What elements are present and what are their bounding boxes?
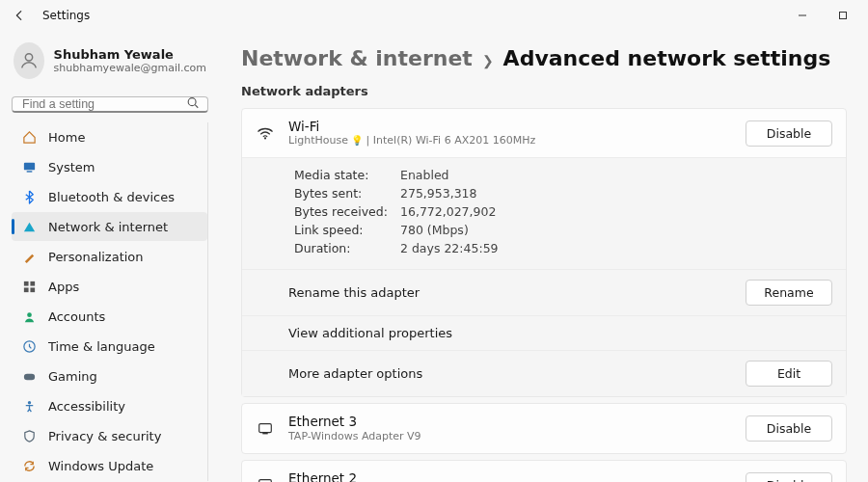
nav-list: Home System Bluetooth & devices Network … [12, 122, 208, 481]
stat-key: Bytes received: [294, 204, 400, 219]
sidebar: Shubham Yewale shubhamyewale@gmail.com H… [0, 31, 220, 482]
breadcrumb-current: Advanced network settings [503, 46, 831, 70]
accounts-icon [21, 308, 37, 324]
adapter-header-wifi[interactable]: Wi-Fi LightHouse 💡 | Intel(R) Wi-Fi 6 AX… [242, 109, 846, 157]
profile-email: shubhamyewale@gmail.com [54, 62, 206, 74]
sidebar-item-label: System [48, 160, 95, 174]
disable-button[interactable]: Disable [746, 472, 832, 482]
sidebar-item-update[interactable]: Windows Update [12, 451, 207, 480]
sidebar-item-home[interactable]: Home [12, 122, 207, 151]
adapter-header-ethernet2[interactable]: Ethernet 2 TAP-NordVPN Windows Adapter V… [242, 461, 846, 482]
search-input[interactable] [22, 97, 178, 111]
svg-rect-5 [23, 162, 34, 170]
svg-point-3 [188, 98, 196, 106]
sidebar-item-label: Apps [48, 280, 79, 294]
sidebar-item-label: Bluetooth & devices [48, 190, 175, 204]
view-properties-row[interactable]: View additional properties [242, 315, 846, 350]
sidebar-item-network[interactable]: Network & internet [12, 212, 207, 241]
view-properties-label: View additional properties [288, 326, 452, 340]
more-options-row[interactable]: More adapter options Edit [242, 350, 846, 396]
update-icon [21, 458, 37, 473]
sidebar-item-label: Time & language [48, 339, 155, 354]
sidebar-item-label: Personalization [48, 250, 144, 264]
disable-button[interactable]: Disable [746, 415, 832, 442]
svg-rect-13 [23, 373, 34, 380]
profile-name: Shubham Yewale [54, 47, 206, 63]
stat-value: Enabled [400, 168, 832, 182]
adapter-subtitle: LightHouse 💡 | Intel(R) Wi-Fi 6 AX201 16… [288, 134, 535, 147]
stat-key: Bytes sent: [294, 186, 400, 201]
rename-row[interactable]: Rename this adapter Rename [242, 269, 846, 315]
wifi-icon [256, 124, 275, 142]
titlebar: Settings [0, 0, 868, 31]
profile-block[interactable]: Shubham Yewale shubhamyewale@gmail.com [12, 39, 208, 87]
maximize-button[interactable] [824, 2, 862, 29]
system-icon [21, 159, 37, 174]
svg-rect-9 [23, 287, 28, 292]
sidebar-item-label: Accounts [48, 309, 105, 324]
svg-rect-16 [259, 423, 272, 432]
breadcrumb: Network & internet ❯ Advanced network se… [241, 46, 847, 70]
adapter-title: Ethernet 3 [288, 414, 421, 429]
disable-button[interactable]: Disable [746, 120, 832, 147]
svg-point-2 [25, 54, 32, 61]
rename-label: Rename this adapter [288, 285, 420, 300]
search-icon [186, 96, 200, 113]
ethernet-icon [256, 420, 275, 438]
main-content: Network & internet ❯ Advanced network se… [220, 31, 868, 482]
svg-point-14 [27, 401, 30, 404]
adapter-card-ethernet3: Ethernet 3 TAP-Windows Adapter V9 Disabl… [241, 403, 847, 453]
apps-icon [21, 279, 37, 294]
adapter-subtitle: TAP-Windows Adapter V9 [288, 430, 421, 443]
stat-key: Duration: [294, 241, 400, 255]
svg-line-4 [195, 105, 198, 108]
sidebar-item-time[interactable]: Time & language [12, 332, 207, 361]
sidebar-item-accounts[interactable]: Accounts [12, 302, 207, 331]
avatar [14, 42, 44, 79]
more-options-label: More adapter options [288, 366, 422, 381]
section-title: Network adapters [241, 84, 847, 98]
svg-point-11 [27, 312, 32, 317]
sidebar-item-bluetooth[interactable]: Bluetooth & devices [12, 182, 207, 211]
adapter-card-ethernet2: Ethernet 2 TAP-NordVPN Windows Adapter V… [241, 460, 847, 482]
sidebar-item-label: Home [48, 130, 85, 145]
minimize-button[interactable] [783, 2, 822, 29]
bluetooth-icon [21, 189, 37, 204]
search-box[interactable] [12, 96, 208, 113]
adapter-details: Media state: Enabled Bytes sent: 275,953… [242, 157, 846, 396]
adapter-title: Wi-Fi [288, 119, 535, 134]
sidebar-item-label: Network & internet [48, 220, 168, 234]
stat-value: 16,772,027,902 [400, 204, 832, 219]
sidebar-item-personalization[interactable]: Personalization [12, 242, 207, 271]
sidebar-item-label: Gaming [48, 369, 97, 384]
chevron-right-icon: ❯ [482, 53, 494, 68]
adapter-header-ethernet3[interactable]: Ethernet 3 TAP-Windows Adapter V9 Disabl… [242, 404, 846, 452]
home-icon [21, 129, 37, 145]
sidebar-item-label: Accessibility [48, 399, 125, 414]
bulb-icon: 💡 [348, 135, 363, 146]
network-icon [21, 219, 37, 234]
svg-rect-7 [23, 281, 28, 285]
stat-value: 780 (Mbps) [400, 223, 832, 237]
time-icon [21, 338, 37, 354]
sidebar-item-label: Privacy & security [48, 429, 161, 443]
sidebar-item-system[interactable]: System [12, 152, 207, 181]
sidebar-item-gaming[interactable]: Gaming [12, 362, 207, 390]
window-title: Settings [42, 9, 90, 22]
accessibility-icon [21, 398, 37, 414]
back-button[interactable] [6, 2, 33, 29]
stat-key: Media state: [294, 168, 400, 182]
svg-rect-10 [30, 287, 35, 292]
svg-rect-1 [840, 13, 847, 19]
sidebar-item-apps[interactable]: Apps [12, 272, 207, 301]
edit-button[interactable]: Edit [746, 361, 832, 387]
adapter-card-wifi: Wi-Fi LightHouse 💡 | Intel(R) Wi-Fi 6 AX… [241, 108, 847, 397]
breadcrumb-parent[interactable]: Network & internet [241, 46, 473, 70]
ethernet-icon [256, 476, 275, 482]
sidebar-item-privacy[interactable]: Privacy & security [12, 421, 207, 450]
rename-button[interactable]: Rename [746, 280, 832, 306]
svg-rect-6 [26, 171, 32, 172]
svg-point-15 [264, 138, 266, 140]
sidebar-item-accessibility[interactable]: Accessibility [12, 391, 207, 420]
svg-rect-8 [30, 281, 35, 285]
